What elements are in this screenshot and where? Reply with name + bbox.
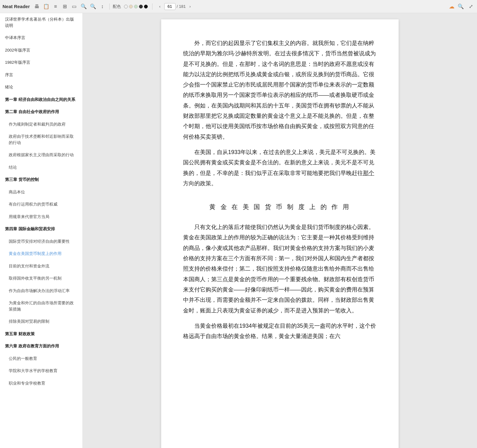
toc-chapter-4[interactable]: 第四章 国际金融和贸易安排	[0, 223, 82, 235]
search-icon-1[interactable]: 🔍	[80, 3, 87, 10]
sidebar: 汉译世界学术名著丛书（分科本）出版说明 中译本序言 2002年版序言 1982年…	[0, 13, 83, 448]
toc-sub-3-1[interactable]: 商品本位	[0, 186, 82, 198]
toc-sub-4-3[interactable]: 目前的支付和资金外流	[0, 260, 82, 272]
fit-icon[interactable]: ↕	[99, 3, 106, 10]
toc-sub-4-5[interactable]: 作为自由市场解决办法的浮动汇率	[0, 285, 82, 297]
toc-chapter-1[interactable]: 第一章 经济自由和政治自由之间的关系	[0, 93, 82, 106]
paragraph-1: 外，而它们的起因显示了它们集权主义的内容。就我所知，它们是在纳粹统治的早期为雅尔…	[183, 38, 377, 142]
color-dot-white[interactable]	[124, 5, 128, 8]
toc-chapter-5[interactable]: 第五章 财政政策	[0, 328, 82, 340]
main-area: 汉译世界学术名著丛书（分科本）出版说明 中译本序言 2002年版序言 1982年…	[0, 13, 477, 448]
toc-item-intro[interactable]: 绪论	[0, 81, 82, 93]
toc-sub-2-1[interactable]: 作为规则制定者和裁判员的政府	[0, 118, 82, 131]
page-navigation: ‹ / 181 ›	[157, 3, 193, 10]
prev-page-button[interactable]: ‹	[157, 3, 163, 10]
color-dot-black[interactable]	[144, 5, 148, 8]
toc-chapter-2[interactable]: 第二章 自由社会中政府的作用	[0, 106, 82, 118]
toc-item-preface[interactable]: 序言	[0, 69, 82, 81]
paragraph-4: 当黄金价格最初在1934年被规定在目前的35美元一盎司的水平时，这个价格远高于自…	[183, 321, 377, 342]
menu-icon[interactable]: ≡	[52, 3, 59, 10]
toc-sub-6-1[interactable]: 公民的一般教育	[0, 352, 82, 365]
toc-sub-4-2[interactable]: 黄金在美国货币制度上的作用	[0, 247, 82, 260]
paragraph-3: 只有文化上的落后才能使我们仍然认为黄金是我们货币制度的核心因素。黄金在美国政策上…	[183, 222, 377, 316]
toc-chapter-3[interactable]: 第三章 货币的控制	[0, 173, 82, 186]
toc-sub-4-7[interactable]: 排除美国对贸易的限制	[0, 315, 82, 328]
save-icon[interactable]: 🖶	[33, 3, 41, 10]
grid-icon[interactable]: ⊞	[61, 3, 69, 10]
page-icon[interactable]: ▭	[71, 3, 78, 10]
toc-sub-3-2[interactable]: 有自行运用权力的货币权威	[0, 198, 82, 211]
color-dot-dark[interactable]	[139, 5, 143, 8]
page-number-input[interactable]	[164, 3, 176, 10]
toc-item-preface-1982[interactable]: 1982年版序言	[0, 56, 82, 69]
toc-chapter-6[interactable]: 第六章 政府在教育方面的作用	[0, 340, 82, 352]
search-icon-2[interactable]: 🔍	[89, 3, 97, 10]
toc-sub-2-3[interactable]: 政府根据家长主义理由而采取的行动	[0, 149, 82, 161]
fullscreen-icon[interactable]: ⤢	[467, 3, 475, 10]
top-bar-right: ☁ 🔍 ⤢	[449, 3, 475, 10]
toc-sub-4-1[interactable]: 国际货币安排对经济自由的重要性	[0, 235, 82, 248]
page-total-label: / 181	[177, 4, 186, 9]
toc-sub-6-2[interactable]: 学院和大学水平的学校教育	[0, 365, 82, 377]
search-icon-3[interactable]: 🔍	[457, 3, 465, 10]
page-content: 外，而它们的起因显示了它们集权主义的内容。就我所知，它们是在纳粹统治的早期为雅尔…	[161, 19, 399, 448]
paragraph-2: 在美国，自从1933年以来，在过去的意义上来说，美元是不可兑换的。美国公民拥有黄…	[183, 147, 377, 189]
toc-item-translator-preface[interactable]: 中译本序言	[0, 32, 82, 44]
toc-sub-4-6[interactable]: 为黄金和外汇的自由市场所需要的政策措施	[0, 297, 82, 315]
next-page-button[interactable]: ›	[187, 3, 193, 10]
separator-1	[109, 3, 110, 10]
top-bar: Neat Reader 🖶 📋 ≡ ⊞ ▭ 🔍 🔍 ↕ 配色 ‹ / 181 ›…	[0, 0, 477, 13]
toc-item-series-intro[interactable]: 汉译世界学术名著丛书（分科本）出版说明	[0, 13, 82, 32]
toc-sub-4-4[interactable]: 取得国外收支平衡的另一机制	[0, 272, 82, 285]
file-icon[interactable]: 📋	[42, 3, 50, 10]
toc-sub-6-3[interactable]: 职业和专业学校教育	[0, 377, 82, 390]
color-dot-group	[124, 5, 148, 8]
toc-sub-3-3[interactable]: 用规章来代替官方当局	[0, 211, 82, 223]
toc-item-preface-2002[interactable]: 2002年版序言	[0, 44, 82, 57]
highlighted-text: 那个	[363, 170, 374, 176]
color-dot-beige[interactable]	[129, 5, 133, 8]
section-title: 黄 金 在 美 国 货 币 制 度 上 的 作 用	[183, 201, 377, 213]
separator-2	[152, 3, 152, 10]
color-label: 配色	[113, 4, 121, 9]
toc-sub-2-4[interactable]: 结论	[0, 161, 82, 174]
color-dot-green[interactable]	[134, 5, 138, 8]
content-area[interactable]: 外，而它们的起因显示了它们集权主义的内容。就我所知，它们是在纳粹统治的早期为雅尔…	[83, 13, 477, 448]
toc-sub-2-2[interactable]: 政府由于技术垄断和邻近影响而采取的行动	[0, 130, 82, 149]
cloud-icon[interactable]: ☁	[449, 3, 455, 10]
app-title: Neat Reader	[2, 4, 30, 9]
